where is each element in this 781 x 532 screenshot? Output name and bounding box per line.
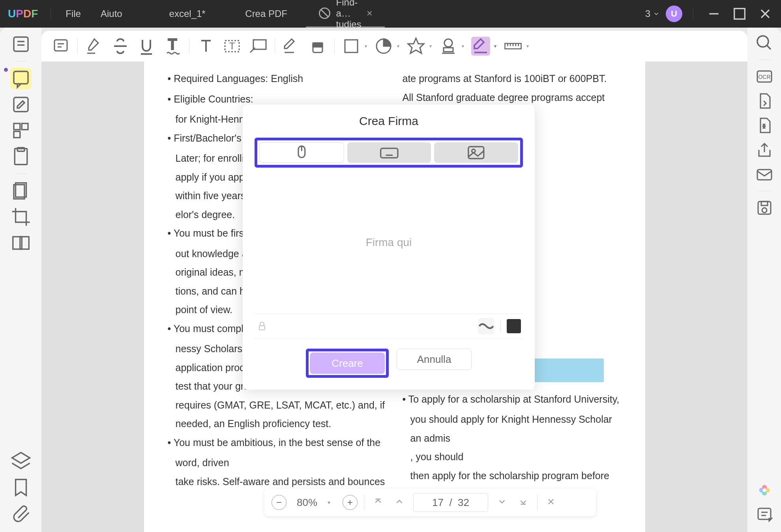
- modal-title: Crea Firma: [255, 114, 523, 128]
- svg-rect-39: [345, 40, 358, 52]
- next-page-icon[interactable]: [494, 497, 509, 508]
- note-icon[interactable]: [51, 37, 70, 56]
- stamp-icon[interactable]: [406, 37, 425, 56]
- first-page-icon[interactable]: [371, 497, 386, 508]
- tab-find-studies[interactable]: Find-a…tudies ✕: [306, 0, 385, 28]
- last-page-icon[interactable]: [516, 497, 531, 508]
- tab-count[interactable]: 3: [645, 8, 660, 19]
- chevron-down-icon[interactable]: ▾: [494, 43, 496, 49]
- stroke-style-button[interactable]: [478, 318, 494, 334]
- close-zoombar-icon[interactable]: [544, 497, 558, 508]
- svg-rect-38: [313, 43, 322, 47]
- cancel-button[interactable]: Annulla: [397, 349, 472, 370]
- prev-page-icon[interactable]: [392, 497, 407, 508]
- chevron-down-icon[interactable]: ▾: [365, 43, 367, 49]
- bookmark-icon[interactable]: [10, 477, 32, 498]
- tab-add-button[interactable]: [385, 0, 401, 28]
- svg-rect-70: [758, 508, 771, 519]
- callout-icon[interactable]: [249, 37, 268, 56]
- search-icon[interactable]: [755, 34, 774, 52]
- svg-rect-23: [54, 40, 67, 51]
- underline-icon[interactable]: [137, 37, 156, 56]
- zoom-level[interactable]: 80%: [293, 497, 321, 509]
- chevron-down-icon[interactable]: ▾: [429, 43, 432, 49]
- create-button[interactable]: Creare: [310, 353, 385, 374]
- signature-canvas[interactable]: Firma qui: [255, 172, 523, 314]
- reader-icon[interactable]: [10, 34, 32, 55]
- highlight-icon[interactable]: [85, 37, 104, 56]
- strikethrough-icon[interactable]: [111, 37, 130, 56]
- squiggly-icon[interactable]: T: [163, 37, 182, 56]
- ruler-icon[interactable]: [504, 37, 523, 56]
- compress-icon[interactable]: [755, 116, 774, 135]
- svg-rect-63: [761, 202, 768, 205]
- svg-rect-43: [444, 48, 453, 52]
- svg-rect-34: [253, 40, 266, 49]
- signature-tab-draw[interactable]: [259, 142, 344, 163]
- maximize-button[interactable]: [730, 6, 749, 22]
- layers-icon[interactable]: [10, 451, 32, 472]
- signature-icon[interactable]: [471, 37, 490, 56]
- svg-point-64: [762, 208, 767, 213]
- svg-point-42: [444, 39, 452, 47]
- svg-rect-75: [380, 148, 397, 158]
- svg-rect-15: [14, 131, 20, 138]
- ai-icon[interactable]: [755, 481, 774, 500]
- svg-marker-22: [12, 453, 30, 463]
- zoom-out-button[interactable]: −: [272, 495, 287, 510]
- sidebar-left: [0, 28, 41, 532]
- signature-tab-image[interactable]: [434, 142, 518, 163]
- color-swatch[interactable]: [507, 319, 521, 333]
- mouse-icon: [260, 143, 344, 162]
- shape-icon[interactable]: [342, 37, 361, 56]
- sidebar-right: OCR: [747, 28, 781, 532]
- tab-excel[interactable]: excel_1*: [148, 0, 227, 28]
- zoom-in-button[interactable]: +: [343, 495, 358, 510]
- textbox-icon[interactable]: T: [223, 37, 242, 56]
- app-logo: UPDF: [0, 7, 46, 20]
- page-tools-icon[interactable]: [10, 180, 32, 202]
- comment-icon[interactable]: [10, 68, 32, 89]
- menu-file[interactable]: File: [56, 8, 91, 19]
- print-icon[interactable]: [755, 505, 774, 524]
- crop-icon[interactable]: [10, 206, 32, 228]
- close-button[interactable]: [755, 6, 775, 22]
- chevron-down-icon[interactable]: ▾: [462, 43, 464, 49]
- minimize-button[interactable]: [704, 6, 724, 22]
- eraser-icon[interactable]: [308, 37, 327, 56]
- svg-text:T: T: [168, 37, 177, 52]
- chevron-down-icon[interactable]: ▾: [526, 43, 529, 49]
- pencil-icon[interactable]: [282, 37, 301, 56]
- share-icon[interactable]: [755, 140, 774, 159]
- chevron-down-icon[interactable]: ▾: [397, 43, 399, 49]
- signature-tab-type[interactable]: [347, 142, 431, 163]
- save-icon[interactable]: [755, 198, 774, 217]
- svg-rect-13: [14, 123, 20, 130]
- form-icon[interactable]: [10, 146, 32, 167]
- svg-point-69: [762, 489, 766, 492]
- seal-icon[interactable]: [439, 37, 458, 56]
- signature-toolbar: [255, 314, 523, 339]
- zoom-dropdown[interactable]: ▾: [328, 499, 336, 506]
- user-avatar[interactable]: U: [666, 6, 682, 22]
- sticker-icon[interactable]: [374, 37, 393, 56]
- lock-icon[interactable]: [257, 319, 268, 333]
- menu-help[interactable]: Aiuto: [91, 8, 132, 19]
- attachment-icon[interactable]: [10, 503, 32, 524]
- svg-rect-61: [757, 170, 772, 180]
- edit-icon[interactable]: [10, 94, 32, 115]
- svg-rect-5: [734, 9, 745, 19]
- svg-text:OCR: OCR: [758, 74, 770, 80]
- page-input[interactable]: [413, 493, 488, 512]
- email-icon[interactable]: [755, 165, 774, 184]
- convert-icon[interactable]: [755, 91, 774, 110]
- signature-method-tabs-highlight: [255, 138, 523, 168]
- organize-icon[interactable]: [10, 120, 32, 141]
- ocr-icon[interactable]: OCR: [755, 67, 774, 86]
- compare-icon[interactable]: [10, 232, 32, 254]
- svg-marker-41: [408, 38, 424, 53]
- text-icon[interactable]: [197, 37, 215, 56]
- tab-close-icon[interactable]: ✕: [366, 9, 373, 18]
- svg-point-56: [757, 36, 768, 47]
- tab-crea-pdf[interactable]: Crea PDF: [227, 0, 306, 28]
